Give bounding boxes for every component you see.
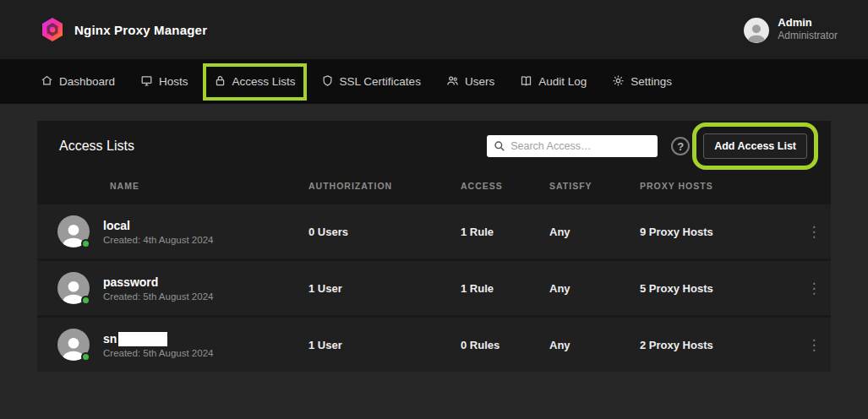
column-header-authorization: AUTHORIZATION (308, 181, 461, 191)
authorization-cell: 1 User (308, 282, 461, 295)
table-row[interactable]: local Created: 4th August 2024 0 Users 1… (37, 204, 831, 258)
table-row[interactable]: password Created: 5th August 2024 1 User… (37, 261, 831, 315)
avatar (57, 272, 90, 304)
nav-item-settings[interactable]: Settings (612, 74, 672, 90)
access-list-name: password (103, 275, 213, 290)
avatar (57, 329, 90, 361)
online-status-dot (81, 239, 90, 248)
lock-icon (214, 74, 227, 90)
user-name: Admin (778, 16, 838, 30)
nav-label: Hosts (159, 75, 188, 88)
satisfy-cell: Any (549, 339, 640, 351)
add-access-list-button[interactable]: Add Access List (703, 133, 807, 159)
access-list-name-text: password (103, 275, 158, 289)
help-icon[interactable]: ? (671, 137, 690, 155)
authorization-cell: 0 Users (308, 226, 461, 238)
page-title: Access Lists (59, 139, 134, 154)
nav-label: Audit Log (538, 75, 587, 88)
nav-item-ssl-certificates[interactable]: SSL Certificates (321, 74, 421, 90)
users-icon (446, 74, 459, 90)
proxy-hosts-cell: 2 Proxy Hosts (640, 339, 797, 351)
access-list-name-text: sn (103, 332, 117, 346)
access-list-created: Created: 5th August 2024 (103, 348, 213, 358)
main-nav: Dashboard Hosts Access Lists SSL Certifi… (0, 59, 868, 104)
dashboard-icon (41, 74, 53, 90)
redaction-box (118, 332, 167, 346)
column-header-name: NAME (37, 181, 308, 191)
table-row[interactable]: sn Created: 5th August 2024 1 User 0 Rul… (37, 318, 831, 372)
table-header: NAME AUTHORIZATION ACCESS SATISFY PROXY … (37, 169, 831, 204)
book-icon (520, 74, 532, 90)
search-icon (494, 140, 505, 152)
column-header-access: ACCESS (461, 181, 549, 191)
nav-label: Settings (631, 75, 672, 88)
satisfy-cell: Any (549, 282, 640, 295)
online-status-dot (81, 352, 90, 362)
column-header-satisfy: SATISFY (549, 181, 640, 191)
nav-label: Users (465, 75, 494, 88)
search-box (487, 135, 658, 157)
user-role: Administrator (778, 30, 838, 42)
hosts-icon (140, 74, 153, 90)
nav-label: SSL Certificates (340, 75, 421, 88)
user-avatar (744, 18, 769, 43)
access-list-name: sn (103, 331, 213, 346)
access-list-created: Created: 4th August 2024 (103, 235, 213, 245)
app-logo-icon (41, 17, 64, 42)
page-content: Access Lists ? Add Access List NAME AUTH… (0, 104, 868, 372)
user-menu[interactable]: Admin Administrator (744, 16, 838, 43)
access-cell: 1 Rule (461, 226, 549, 238)
nav-item-dashboard[interactable]: Dashboard (41, 74, 115, 90)
authorization-cell: 1 User (308, 339, 461, 351)
nav-item-access-lists[interactable]: Access Lists (214, 74, 296, 90)
column-header-proxy-hosts: PROXY HOSTS (640, 181, 797, 191)
row-menu-icon[interactable]: ⋮ (797, 225, 831, 239)
nav-label: Access Lists (232, 75, 296, 88)
access-cell: 0 Rules (461, 339, 549, 351)
app-title: Nginx Proxy Manager (74, 23, 207, 37)
top-header-bar: Nginx Proxy Manager Admin Administrator (0, 0, 868, 59)
gear-icon (612, 74, 625, 90)
access-lists-card: Access Lists ? Add Access List NAME AUTH… (37, 121, 831, 372)
satisfy-cell: Any (549, 226, 640, 238)
shield-icon (321, 74, 334, 90)
proxy-hosts-cell: 5 Proxy Hosts (640, 282, 797, 295)
access-list-name-text: local (103, 219, 130, 232)
search-input[interactable] (510, 140, 651, 152)
row-menu-icon[interactable]: ⋮ (797, 338, 831, 352)
row-menu-icon[interactable]: ⋮ (797, 281, 831, 296)
avatar (57, 215, 90, 248)
nav-item-users[interactable]: Users (446, 74, 494, 90)
access-cell: 1 Rule (461, 282, 549, 295)
nav-item-hosts[interactable]: Hosts (140, 74, 188, 90)
nav-item-audit-log[interactable]: Audit Log (520, 74, 587, 90)
online-status-dot (81, 296, 90, 305)
access-list-name: local (103, 218, 213, 233)
proxy-hosts-cell: 9 Proxy Hosts (640, 226, 797, 238)
nav-label: Dashboard (59, 75, 115, 88)
access-list-created: Created: 5th August 2024 (103, 291, 213, 302)
